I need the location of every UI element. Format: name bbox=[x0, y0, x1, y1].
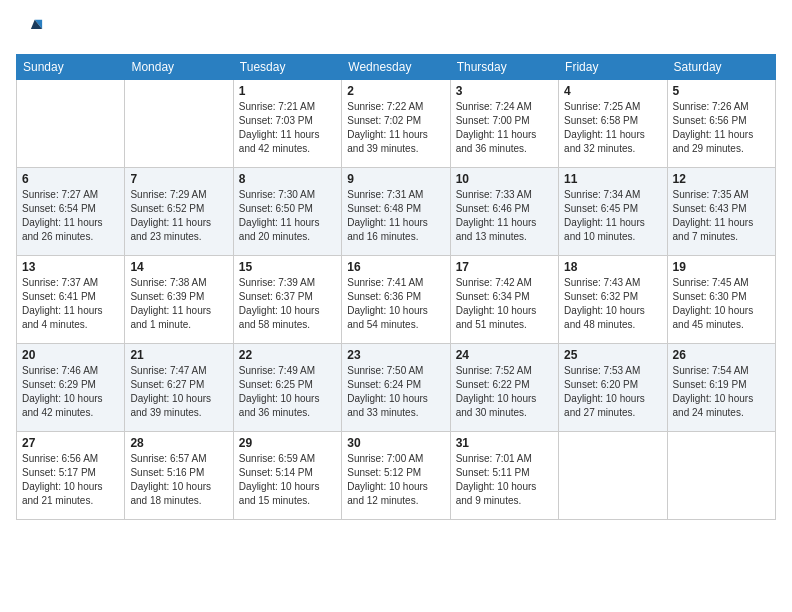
calendar-cell: 12Sunrise: 7:35 AM Sunset: 6:43 PM Dayli… bbox=[667, 168, 775, 256]
day-info: Sunrise: 7:21 AM Sunset: 7:03 PM Dayligh… bbox=[239, 100, 336, 156]
calendar-cell: 11Sunrise: 7:34 AM Sunset: 6:45 PM Dayli… bbox=[559, 168, 667, 256]
logo-icon bbox=[16, 16, 44, 44]
calendar-cell: 22Sunrise: 7:49 AM Sunset: 6:25 PM Dayli… bbox=[233, 344, 341, 432]
day-number: 7 bbox=[130, 172, 227, 186]
calendar-cell bbox=[559, 432, 667, 520]
day-number: 16 bbox=[347, 260, 444, 274]
calendar-cell: 5Sunrise: 7:26 AM Sunset: 6:56 PM Daylig… bbox=[667, 80, 775, 168]
day-info: Sunrise: 7:42 AM Sunset: 6:34 PM Dayligh… bbox=[456, 276, 553, 332]
day-info: Sunrise: 7:37 AM Sunset: 6:41 PM Dayligh… bbox=[22, 276, 119, 332]
calendar-cell: 15Sunrise: 7:39 AM Sunset: 6:37 PM Dayli… bbox=[233, 256, 341, 344]
day-info: Sunrise: 7:35 AM Sunset: 6:43 PM Dayligh… bbox=[673, 188, 770, 244]
calendar-cell bbox=[125, 80, 233, 168]
page-header bbox=[16, 16, 776, 44]
col-header-saturday: Saturday bbox=[667, 55, 775, 80]
day-info: Sunrise: 7:24 AM Sunset: 7:00 PM Dayligh… bbox=[456, 100, 553, 156]
calendar-cell: 20Sunrise: 7:46 AM Sunset: 6:29 PM Dayli… bbox=[17, 344, 125, 432]
day-info: Sunrise: 7:54 AM Sunset: 6:19 PM Dayligh… bbox=[673, 364, 770, 420]
day-info: Sunrise: 7:34 AM Sunset: 6:45 PM Dayligh… bbox=[564, 188, 661, 244]
calendar-cell bbox=[17, 80, 125, 168]
calendar-week-3: 13Sunrise: 7:37 AM Sunset: 6:41 PM Dayli… bbox=[17, 256, 776, 344]
day-number: 14 bbox=[130, 260, 227, 274]
day-info: Sunrise: 7:49 AM Sunset: 6:25 PM Dayligh… bbox=[239, 364, 336, 420]
calendar-cell: 24Sunrise: 7:52 AM Sunset: 6:22 PM Dayli… bbox=[450, 344, 558, 432]
day-number: 26 bbox=[673, 348, 770, 362]
calendar-cell: 2Sunrise: 7:22 AM Sunset: 7:02 PM Daylig… bbox=[342, 80, 450, 168]
calendar-cell: 31Sunrise: 7:01 AM Sunset: 5:11 PM Dayli… bbox=[450, 432, 558, 520]
calendar-cell: 21Sunrise: 7:47 AM Sunset: 6:27 PM Dayli… bbox=[125, 344, 233, 432]
calendar-cell: 30Sunrise: 7:00 AM Sunset: 5:12 PM Dayli… bbox=[342, 432, 450, 520]
day-info: Sunrise: 7:00 AM Sunset: 5:12 PM Dayligh… bbox=[347, 452, 444, 508]
calendar-cell: 10Sunrise: 7:33 AM Sunset: 6:46 PM Dayli… bbox=[450, 168, 558, 256]
day-info: Sunrise: 7:46 AM Sunset: 6:29 PM Dayligh… bbox=[22, 364, 119, 420]
day-info: Sunrise: 7:45 AM Sunset: 6:30 PM Dayligh… bbox=[673, 276, 770, 332]
day-number: 11 bbox=[564, 172, 661, 186]
day-number: 22 bbox=[239, 348, 336, 362]
day-info: Sunrise: 7:50 AM Sunset: 6:24 PM Dayligh… bbox=[347, 364, 444, 420]
day-number: 13 bbox=[22, 260, 119, 274]
day-info: Sunrise: 7:53 AM Sunset: 6:20 PM Dayligh… bbox=[564, 364, 661, 420]
calendar-week-5: 27Sunrise: 6:56 AM Sunset: 5:17 PM Dayli… bbox=[17, 432, 776, 520]
calendar-cell: 28Sunrise: 6:57 AM Sunset: 5:16 PM Dayli… bbox=[125, 432, 233, 520]
day-number: 23 bbox=[347, 348, 444, 362]
calendar-cell: 18Sunrise: 7:43 AM Sunset: 6:32 PM Dayli… bbox=[559, 256, 667, 344]
calendar-week-4: 20Sunrise: 7:46 AM Sunset: 6:29 PM Dayli… bbox=[17, 344, 776, 432]
col-header-sunday: Sunday bbox=[17, 55, 125, 80]
calendar-cell: 6Sunrise: 7:27 AM Sunset: 6:54 PM Daylig… bbox=[17, 168, 125, 256]
day-info: Sunrise: 7:38 AM Sunset: 6:39 PM Dayligh… bbox=[130, 276, 227, 332]
calendar-week-1: 1Sunrise: 7:21 AM Sunset: 7:03 PM Daylig… bbox=[17, 80, 776, 168]
calendar-cell: 25Sunrise: 7:53 AM Sunset: 6:20 PM Dayli… bbox=[559, 344, 667, 432]
day-info: Sunrise: 7:22 AM Sunset: 7:02 PM Dayligh… bbox=[347, 100, 444, 156]
day-info: Sunrise: 7:26 AM Sunset: 6:56 PM Dayligh… bbox=[673, 100, 770, 156]
day-info: Sunrise: 7:30 AM Sunset: 6:50 PM Dayligh… bbox=[239, 188, 336, 244]
day-number: 15 bbox=[239, 260, 336, 274]
day-number: 8 bbox=[239, 172, 336, 186]
day-number: 4 bbox=[564, 84, 661, 98]
calendar-cell: 3Sunrise: 7:24 AM Sunset: 7:00 PM Daylig… bbox=[450, 80, 558, 168]
day-number: 28 bbox=[130, 436, 227, 450]
day-info: Sunrise: 6:57 AM Sunset: 5:16 PM Dayligh… bbox=[130, 452, 227, 508]
day-info: Sunrise: 7:27 AM Sunset: 6:54 PM Dayligh… bbox=[22, 188, 119, 244]
calendar-cell: 26Sunrise: 7:54 AM Sunset: 6:19 PM Dayli… bbox=[667, 344, 775, 432]
day-info: Sunrise: 7:41 AM Sunset: 6:36 PM Dayligh… bbox=[347, 276, 444, 332]
calendar-cell: 4Sunrise: 7:25 AM Sunset: 6:58 PM Daylig… bbox=[559, 80, 667, 168]
calendar-cell: 16Sunrise: 7:41 AM Sunset: 6:36 PM Dayli… bbox=[342, 256, 450, 344]
day-number: 10 bbox=[456, 172, 553, 186]
calendar-cell: 23Sunrise: 7:50 AM Sunset: 6:24 PM Dayli… bbox=[342, 344, 450, 432]
day-number: 12 bbox=[673, 172, 770, 186]
day-info: Sunrise: 7:29 AM Sunset: 6:52 PM Dayligh… bbox=[130, 188, 227, 244]
col-header-monday: Monday bbox=[125, 55, 233, 80]
day-number: 31 bbox=[456, 436, 553, 450]
day-number: 18 bbox=[564, 260, 661, 274]
day-info: Sunrise: 6:56 AM Sunset: 5:17 PM Dayligh… bbox=[22, 452, 119, 508]
calendar-cell: 13Sunrise: 7:37 AM Sunset: 6:41 PM Dayli… bbox=[17, 256, 125, 344]
calendar-cell: 29Sunrise: 6:59 AM Sunset: 5:14 PM Dayli… bbox=[233, 432, 341, 520]
day-number: 5 bbox=[673, 84, 770, 98]
day-number: 24 bbox=[456, 348, 553, 362]
calendar-table: SundayMondayTuesdayWednesdayThursdayFrid… bbox=[16, 54, 776, 520]
calendar-cell: 1Sunrise: 7:21 AM Sunset: 7:03 PM Daylig… bbox=[233, 80, 341, 168]
day-info: Sunrise: 7:52 AM Sunset: 6:22 PM Dayligh… bbox=[456, 364, 553, 420]
calendar-cell: 17Sunrise: 7:42 AM Sunset: 6:34 PM Dayli… bbox=[450, 256, 558, 344]
logo bbox=[16, 16, 48, 44]
calendar-cell bbox=[667, 432, 775, 520]
calendar-week-2: 6Sunrise: 7:27 AM Sunset: 6:54 PM Daylig… bbox=[17, 168, 776, 256]
day-number: 30 bbox=[347, 436, 444, 450]
day-number: 19 bbox=[673, 260, 770, 274]
col-header-wednesday: Wednesday bbox=[342, 55, 450, 80]
calendar-cell: 19Sunrise: 7:45 AM Sunset: 6:30 PM Dayli… bbox=[667, 256, 775, 344]
day-info: Sunrise: 7:25 AM Sunset: 6:58 PM Dayligh… bbox=[564, 100, 661, 156]
day-info: Sunrise: 7:47 AM Sunset: 6:27 PM Dayligh… bbox=[130, 364, 227, 420]
day-number: 6 bbox=[22, 172, 119, 186]
calendar-cell: 14Sunrise: 7:38 AM Sunset: 6:39 PM Dayli… bbox=[125, 256, 233, 344]
day-number: 2 bbox=[347, 84, 444, 98]
day-number: 20 bbox=[22, 348, 119, 362]
col-header-thursday: Thursday bbox=[450, 55, 558, 80]
day-info: Sunrise: 7:39 AM Sunset: 6:37 PM Dayligh… bbox=[239, 276, 336, 332]
day-number: 21 bbox=[130, 348, 227, 362]
day-number: 27 bbox=[22, 436, 119, 450]
day-info: Sunrise: 7:31 AM Sunset: 6:48 PM Dayligh… bbox=[347, 188, 444, 244]
day-number: 17 bbox=[456, 260, 553, 274]
calendar-cell: 8Sunrise: 7:30 AM Sunset: 6:50 PM Daylig… bbox=[233, 168, 341, 256]
col-header-tuesday: Tuesday bbox=[233, 55, 341, 80]
